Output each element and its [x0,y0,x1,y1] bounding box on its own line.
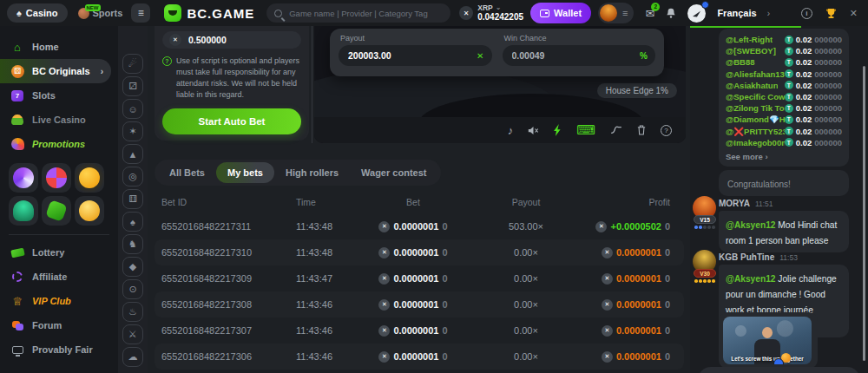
close-icon[interactable]: ✕ [850,8,858,19]
language-chevron-icon[interactable]: › [767,9,770,18]
table-row[interactable]: 65520168482217306 11:43:46 ✕0.00000010 0… [155,344,684,370]
trophy-icon[interactable] [825,8,837,19]
game-icon[interactable]: ⚔ [122,324,143,344]
chat-toggle-button[interactable] [687,4,706,23]
game-icon[interactable]: ◎ [122,167,143,186]
game-icon[interactable]: ☺ [122,99,143,119]
tab-high-rollers[interactable]: High rollers [274,162,350,183]
search-input[interactable] [287,8,443,19]
sidebar-item-provably-fair[interactable]: Provably Fair [0,337,118,362]
sidebar-item-vip-club[interactable]: ♕ VIP Club [0,289,118,313]
start-auto-bet-button[interactable]: Start Auto Bet [162,108,301,134]
promo-spin-tile[interactable] [9,163,38,193]
tab-my-bets[interactable]: My bets [216,162,274,183]
table-row[interactable]: 65520168482217307 11:43:46 ✕0.00000010 0… [155,317,684,344]
reaction-badge[interactable] [773,358,784,364]
panel-divider [312,26,312,143]
sidebar-item-slots[interactable]: 7 Slots [0,83,118,108]
stats-button[interactable] [610,126,622,134]
game-icon[interactable]: ⊙ [122,279,143,299]
sidebar-item-bc-originals[interactable]: ⚄ BC Originals › [0,59,111,83]
hotkeys-toggle[interactable]: ⌨ [576,122,595,138]
multiply-icon: ✕ [477,51,483,61]
clear-button[interactable] [637,125,646,135]
chat-scrollbar[interactable] [863,66,865,361]
chat-gif[interactable]: Let's screw this up together [723,317,812,364]
help-button[interactable]: ? [661,125,672,136]
balance-display[interactable]: ✕ XRP⌄ 0.04242205 [459,4,523,23]
promo-mystery-tile[interactable] [9,196,38,226]
notifications-button[interactable] [666,8,676,18]
game-icon[interactable]: ♨ [122,302,143,322]
xrp-coin-icon: ✕ [169,34,181,46]
payout-input[interactable] [346,49,477,62]
profile-menu[interactable]: ≡ [598,3,634,23]
sidebar-item-affiliate[interactable]: Affiliate [0,265,118,289]
music-toggle[interactable]: ♪ [508,124,514,137]
tether-icon: T [785,104,793,113]
sidebar-label: Slots [32,90,56,101]
chat-input[interactable] [698,367,860,373]
game-icon[interactable]: ⚅ [122,189,143,209]
game-icon[interactable]: ♞ [122,234,143,254]
wallet-button[interactable]: Wallet [530,3,591,23]
tab-wager-contest[interactable]: Wager contest [350,162,437,183]
sound-toggle[interactable] [528,126,539,135]
game-icon[interactable]: ⚂ [122,76,143,96]
menu-button[interactable]: ≡ [131,3,150,23]
xrp-coin-icon: ✕ [378,351,390,363]
game-icon[interactable]: ◆ [122,257,143,277]
table-row[interactable]: 65520168482217310 11:43:48 ✕0.00000010 0… [155,239,684,265]
turbo-toggle[interactable] [554,124,562,136]
game-icon[interactable]: ☁ [122,347,143,367]
sidebar-item-live-casino[interactable]: Live Casino [0,108,118,132]
promo-cash-tile[interactable] [42,196,71,226]
chat-username[interactable]: MORYA11:51 [719,199,773,208]
mention-link[interactable]: @Aksyen12 [726,220,776,230]
table-row[interactable]: 65520168482217311 11:43:48 ✕0.00000010 5… [155,213,684,239]
sports-nav-button[interactable]: Sports NEW [78,8,123,19]
live-casino-icon [11,115,23,125]
messages-button[interactable]: ✉ 2 [645,7,654,20]
game-icon[interactable]: ♠ [122,212,143,232]
spade-icon: ♠ [16,8,22,18]
chat-timestamp: 11:51 [755,200,773,208]
tether-icon: T [785,138,793,147]
info-icon[interactable]: i [801,8,812,19]
bc-game-logo[interactable]: BC.GAME [164,4,254,22]
rain-message-bubble: @Left-RightT0.02000000 @[SWEBOY]T0.02000… [719,29,849,167]
tether-icon: T [785,115,793,124]
casino-nav-button[interactable]: ♠ Casino [7,3,68,23]
tether-icon: T [785,47,793,56]
sidebar-item-promotions[interactable]: Promotions [0,132,118,156]
mention-link[interactable]: @Aksyen12 [726,274,776,284]
game-icon[interactable]: ✶ [122,121,143,141]
tab-all-bets[interactable]: All Bets [158,162,216,183]
trend-icon [610,126,622,134]
script-disclaimer: ? Use of script is optional and players … [162,56,301,101]
col-time: Time [296,197,348,207]
payout-input-box[interactable]: ✕ [339,45,492,66]
sidebar-item-forum[interactable]: Forum [0,313,118,337]
chat-username[interactable]: KGB PuhTine11:53 [719,252,798,262]
bet-amount-field[interactable]: ✕ [162,31,301,49]
game-search[interactable] [266,3,450,23]
table-row[interactable]: 65520168482217308 11:43:46 ✕0.00000010 0… [155,291,684,317]
promo-coin-tile[interactable] [75,196,104,226]
see-more-link[interactable]: See more › [726,152,842,161]
win-chance-input-box[interactable]: % [503,45,656,66]
bet-amount-input[interactable] [187,34,294,46]
table-row[interactable]: 65520168482217309 11:43:47 ✕0.00000010 0… [155,265,684,291]
sidebar-item-home[interactable]: ⌂ Home [0,35,118,59]
game-icon[interactable]: ▲ [122,144,143,164]
price-tag-icon [45,200,68,222]
win-chance-input[interactable] [510,49,641,62]
promo-wheel-tile[interactable] [42,163,71,193]
bell-icon [666,8,676,18]
game-icon[interactable]: ☄ [122,54,143,74]
promo-piggy-tile[interactable] [75,163,104,193]
chat-language-label[interactable]: Français [717,8,756,18]
sidebar-item-lottery[interactable]: Lottery [0,240,118,265]
home-icon: ⌂ [10,41,24,54]
slots-icon: 7 [11,90,23,101]
